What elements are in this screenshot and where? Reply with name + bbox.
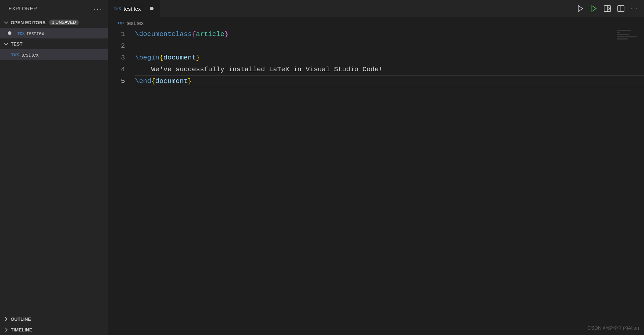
line-number-gutter: 1 2 3 4 5 [109, 28, 135, 335]
timeline-label: TIMELINE [11, 327, 32, 333]
open-editors-header[interactable]: OPEN EDITORS 1 UNSAVED [0, 17, 108, 28]
tex-file-icon: TᴇX [11, 52, 19, 57]
tex-file-icon: TᴇX [17, 31, 24, 36]
code-editor[interactable]: 1 2 3 4 5 \documentclass{article} \begin… [109, 28, 644, 335]
timeline-header[interactable]: TIMELINE [0, 324, 108, 335]
preview-side-icon[interactable] [603, 5, 611, 12]
code-line: \end{document} [135, 75, 644, 87]
more-icon[interactable]: ··· [94, 5, 102, 13]
breadcrumb-file: test.tex [126, 20, 144, 26]
build-icon[interactable] [590, 5, 598, 12]
code-line: \documentclass{article} [135, 28, 644, 40]
code-line [135, 40, 644, 52]
chevron-down-icon [3, 19, 9, 26]
svg-point-2 [608, 8, 609, 9]
line-number: 5 [109, 75, 125, 87]
chevron-down-icon [3, 41, 9, 47]
line-number: 1 [109, 28, 125, 40]
tab-bar: TᴇX test.tex ··· [109, 0, 644, 17]
more-actions-icon[interactable]: ··· [630, 5, 638, 12]
folder-label: TEST [11, 41, 22, 47]
open-editor-filename: test.tex [27, 30, 44, 36]
chevron-right-icon [3, 316, 9, 322]
code-line: \begin{document} [135, 52, 644, 64]
line-number: 3 [109, 52, 125, 64]
split-editor-icon[interactable] [617, 5, 625, 12]
minimap[interactable] [617, 30, 638, 41]
open-editors-label: OPEN EDITORS [11, 20, 46, 25]
dirty-indicator-icon [8, 31, 11, 35]
line-number: 2 [109, 40, 125, 52]
line-number: 4 [109, 64, 125, 75]
tab-filename: test.tex [124, 6, 141, 12]
file-tree-item[interactable]: TᴇX test.tex [0, 49, 108, 60]
run-icon[interactable] [576, 5, 584, 12]
code-content[interactable]: \documentclass{article} \begin{document}… [135, 28, 644, 335]
unsaved-badge: 1 UNSAVED [49, 20, 79, 25]
outline-label: OUTLINE [11, 316, 31, 322]
open-editor-item[interactable]: TᴇX test.tex [0, 28, 108, 38]
tex-file-icon: TᴇX [117, 21, 124, 25]
editor-tab[interactable]: TᴇX test.tex [109, 0, 160, 17]
code-line: We've successfully installed LaTeX in Vi… [135, 64, 644, 75]
main-area: TᴇX test.tex ··· TᴇX test.tex [109, 0, 644, 335]
explorer-sidebar: EXPLORER ··· OPEN EDITORS 1 UNSAVED TᴇX … [0, 0, 109, 335]
tex-file-icon: TᴇX [114, 6, 121, 11]
explorer-header: EXPLORER ··· [0, 0, 108, 17]
explorer-title: EXPLORER [9, 6, 37, 11]
file-tree-filename: test.tex [21, 52, 38, 58]
breadcrumb[interactable]: TᴇX test.tex [109, 17, 644, 28]
outline-header[interactable]: OUTLINE [0, 314, 108, 324]
watermark: CSDN @爱学习的Allan [587, 325, 639, 331]
dirty-indicator-icon [150, 7, 154, 10]
editor-actions: ··· [576, 5, 644, 12]
folder-header[interactable]: TEST [0, 38, 108, 49]
chevron-right-icon [3, 326, 9, 333]
